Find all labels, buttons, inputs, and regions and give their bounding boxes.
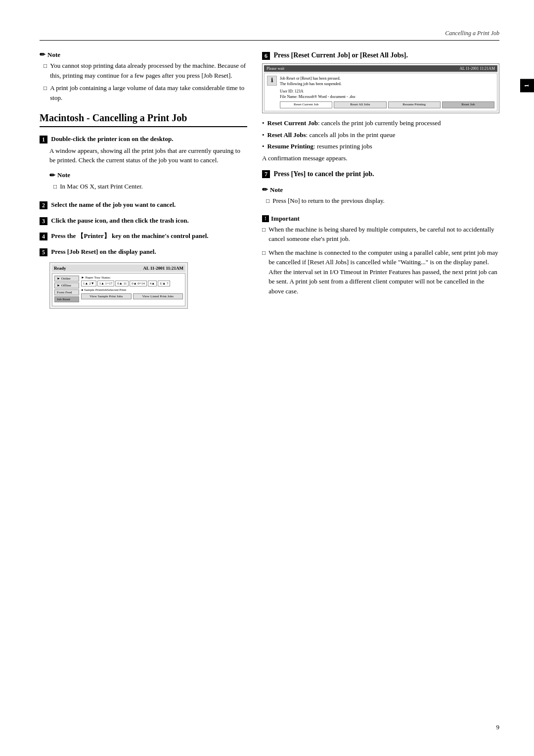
- screen-view-listed-btn: View Listed Print Jobs: [133, 293, 183, 299]
- right-column: 6 Press [Reset Current Job] or [Reset Al…: [262, 50, 499, 313]
- note-item-2-1: In Mac OS X, start Print Center.: [53, 182, 247, 191]
- please-wait-screen: Please wait AL 11-2001 11:21AM ℹ Job Res…: [262, 63, 499, 114]
- step-4-header: 4 Press the 【Printer】 key on the machine…: [40, 231, 247, 241]
- important-item-1: When the machine is being shared by mult…: [262, 225, 499, 244]
- screen-btn-online: ► Online: [54, 276, 79, 282]
- pw-line2: The following job has been suspended.: [280, 81, 494, 87]
- step-7-number: 7: [262, 170, 270, 178]
- header-title: Cancelling a Print Job: [445, 30, 499, 37]
- screen-paper-label: ► Paper Tray Status:: [81, 276, 183, 280]
- pw-info-icon: ℹ: [267, 76, 277, 86]
- screen-time-label: AL 11-2001 11:21AM: [143, 266, 183, 271]
- screen-view-btns: View Sample Print Jobs View Listed Print…: [81, 293, 183, 299]
- step-6-header: 6 Press [Reset Current Job] or [Reset Al…: [262, 50, 499, 60]
- step-2-number: 2: [40, 201, 47, 209]
- step-6-number: 6: [262, 52, 270, 60]
- step-5-header: 5 Press [Job Reset] on the display panel…: [40, 247, 247, 257]
- screen-title-bar-1: Ready AL 11-2001 11:21AM: [52, 265, 185, 272]
- pw-line3: User ID: 123A: [280, 89, 494, 94]
- status-box-2: 1▲ 1+17: [97, 281, 115, 286]
- note-item-1-1: You cannot stop printing data already pr…: [44, 61, 247, 80]
- pw-btn-row: Reset Current Job Reset All Jobs Resume …: [280, 101, 494, 108]
- step-5-number: 5: [40, 248, 47, 256]
- pw-title-right: AL 11-2001 11:21AM: [459, 66, 495, 71]
- screen-mockup-1: Ready AL 11-2001 11:21AM ► Online ► Offl…: [49, 262, 188, 309]
- step-3-header: 3 Click the pause icon, and then click t…: [40, 216, 247, 226]
- pw-title-bar: Please wait AL 11-2001 11:21AM: [264, 65, 497, 72]
- note-icon-1: ✏: [40, 50, 45, 59]
- step-7-header: 7 Press [Yes] to cancel the print job.: [262, 169, 499, 179]
- important-box: ! Important When the machine is being sh…: [262, 215, 499, 296]
- pw-title-left: Please wait: [267, 66, 284, 71]
- step-4: 4 Press the 【Printer】 key on the machine…: [40, 231, 247, 241]
- screen-status-boxes: 1▲ 2▼ 1▲ 1+17 0▲ 11 0▲ 0+14 4▲ U▲ 7: [81, 281, 183, 286]
- screen-sample-label: ● Sample PrintJobSelected Print: [81, 288, 183, 292]
- pw-body: ℹ Job Reset or [Reset] has been pressed.…: [264, 73, 497, 112]
- screen-status-label: Ready: [54, 266, 66, 271]
- note-title-1: ✏ Note: [40, 50, 247, 59]
- sidebar-tab: 1: [520, 79, 534, 93]
- screen-body-1: ► Online ► Offline Form Feed Job Reset ►…: [52, 273, 185, 306]
- important-item-2: When the machine is connected to the com…: [262, 248, 499, 296]
- page-container: Cancelling a Print Job 1 ✏ Note You cann…: [0, 0, 534, 756]
- step-6: 6 Press [Reset Current Job] or [Reset Al…: [262, 50, 499, 162]
- step-3-number: 3: [40, 217, 47, 225]
- note-icon-2: ✏: [49, 171, 55, 180]
- step-1: 1 Double-click the printer icon on the d…: [40, 134, 247, 165]
- note-list-2: In Mac OS X, start Print Center.: [49, 182, 247, 191]
- step-4-number: 4: [40, 233, 47, 240]
- pw-resume-btn: Resume Printing: [388, 101, 441, 108]
- screen-view-sample-btn: View Sample Print Jobs: [81, 293, 132, 299]
- screen-btn-offline: ► Offline: [54, 283, 79, 288]
- important-list: When the machine is being shared by mult…: [262, 225, 499, 296]
- note-title-2: ✏ Note: [49, 171, 247, 180]
- note-box-2: ✏ Note In Mac OS X, start Print Center.: [49, 171, 247, 191]
- status-box-6: U▲ 7: [158, 281, 170, 286]
- important-icon: !: [262, 215, 269, 222]
- status-box-5: 4▲: [148, 281, 157, 286]
- left-column: ✏ Note You cannot stop printing data alr…: [40, 50, 247, 313]
- step-5: 5 Press [Job Reset] on the display panel…: [40, 247, 247, 257]
- pw-text-area: Job Reset or [Reset] has been pressed. T…: [280, 76, 494, 109]
- bullet-reset-current: Reset Current Job: cancels the print job…: [262, 118, 499, 128]
- confirmation-text: A confirmation message appears.: [262, 154, 499, 162]
- pw-reset-job-btn: Reset Job: [442, 101, 494, 108]
- note-item-1-2: A print job containing a large volume of…: [44, 83, 247, 102]
- screen-btn-jobreset: Job Reset: [54, 296, 79, 302]
- step-1-number: 1: [40, 136, 47, 143]
- step-7: 7 Press [Yes] to cancel the print job.: [262, 169, 499, 179]
- content-area: ✏ Note You cannot stop printing data alr…: [40, 50, 499, 313]
- section-title: Macintosh - Cancelling a Print Job: [40, 111, 247, 124]
- step-3: 3 Click the pause icon, and then click t…: [40, 216, 247, 226]
- bullet-resume: Resume Printing: resumes printing jobs: [262, 142, 499, 151]
- note-title-3: ✏ Note: [262, 186, 499, 194]
- note-list-3: Press [No] to return to the previous dis…: [262, 196, 499, 206]
- pw-line4: File Name: Microsoft® Word - document - …: [280, 94, 494, 99]
- note-icon-3: ✏: [262, 186, 268, 194]
- status-box-4: 0▲ 0+14: [130, 281, 147, 286]
- section-heading: Macintosh - Cancelling a Print Job: [40, 111, 247, 127]
- bullet-reset-all: Reset All Jobs: cancels all jobs in the …: [262, 130, 499, 140]
- pw-line1: Job Reset or [Reset] has been pressed.: [280, 76, 494, 81]
- step-2-header: 2 Select the name of the job you want to…: [40, 200, 247, 210]
- important-title: ! Important: [262, 215, 499, 223]
- screen-left-btns: ► Online ► Offline Form Feed Job Reset ►…: [54, 276, 183, 302]
- pw-reset-all-btn: Reset All Jobs: [334, 101, 386, 108]
- status-box-1: 1▲ 2▼: [81, 281, 96, 286]
- note-list-1: You cannot stop printing data already pr…: [40, 61, 247, 102]
- step-2: 2 Select the name of the job you want to…: [40, 200, 247, 210]
- note-item-3-1: Press [No] to return to the previous dis…: [266, 196, 499, 206]
- status-box-3: 0▲ 11: [115, 281, 129, 286]
- step-1-body: A window appears, showing all the print …: [49, 146, 247, 165]
- page-number: 9: [496, 723, 500, 731]
- step-1-header: 1 Double-click the printer icon on the d…: [40, 134, 247, 144]
- header: Cancelling a Print Job: [40, 30, 499, 41]
- note-box-1: ✏ Note You cannot stop printing data alr…: [40, 50, 247, 102]
- step-6-bullets: Reset Current Job: cancels the print job…: [262, 118, 499, 151]
- screen-btn-formfeed: Form Feed: [54, 289, 79, 295]
- pw-reset-current-btn: Reset Current Job: [280, 101, 332, 108]
- note-box-3: ✏ Note Press [No] to return to the previ…: [262, 186, 499, 206]
